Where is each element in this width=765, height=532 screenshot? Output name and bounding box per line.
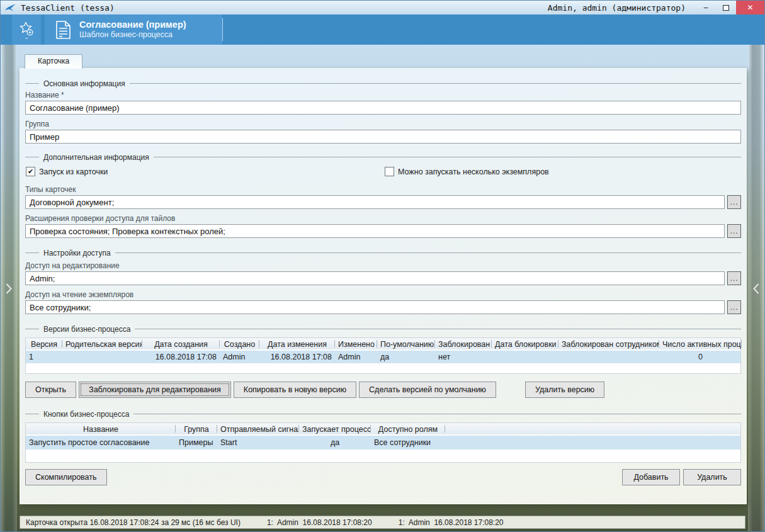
table-empty-area — [26, 450, 740, 462]
column-header[interactable]: Запускает процесс — [299, 423, 371, 434]
launch-from-card-label: Запуск из карточки — [39, 167, 108, 176]
close-button[interactable]: ✕ — [736, 1, 764, 14]
group-input[interactable] — [25, 130, 741, 144]
read-access-picker-button[interactable]: ... — [727, 300, 741, 314]
delete-version-button[interactable]: Удалить версию — [525, 382, 604, 398]
table-empty-area — [26, 363, 740, 373]
table-cell: да — [299, 436, 371, 450]
column-header[interactable]: Число активных процессов — [659, 338, 742, 349]
table-cell: Admin — [220, 351, 259, 363]
column-header[interactable]: Группа — [176, 423, 217, 434]
section-header-versions: Версии бизнес-процесса — [25, 324, 741, 334]
checkbox-checked-icon: ✔ — [26, 167, 35, 176]
copy-to-new-version-button[interactable]: Копировать в новую версию — [234, 382, 356, 398]
column-header[interactable]: Заблокирован сотрудником — [558, 338, 659, 349]
group-label: Группа — [25, 120, 741, 128]
column-header[interactable]: Дата изменения — [259, 338, 335, 349]
section-header-additional-info: Дополнительная информация — [25, 152, 741, 162]
table-cell: Запустить простое согласование — [26, 436, 176, 450]
column-header[interactable]: Доступно ролям — [371, 423, 445, 434]
column-header[interactable]: Название — [26, 423, 176, 434]
edit-access-input[interactable] — [25, 271, 725, 285]
tile-access-input[interactable] — [25, 224, 725, 238]
maximize-icon — [723, 5, 729, 11]
versions-table: ВерсияРодительская версияДата созданияСо… — [25, 337, 741, 374]
window-title: TessaClient (tessa) — [21, 3, 115, 13]
section-title: Дополнительная информация — [43, 153, 149, 162]
make-default-version-button[interactable]: Сделать версией по умолчанию — [359, 382, 496, 398]
table-cell: Все сотрудники — [371, 436, 445, 450]
column-header[interactable]: Изменено — [335, 338, 377, 349]
checkbox-row: ✔ Запуск из карточки Можно запускать нес… — [25, 167, 741, 178]
column-header[interactable]: По-умолчанию — [377, 338, 435, 349]
title-bar: TessaClient (tessa) Admin, admin (админи… — [1, 1, 764, 14]
card-panel: Основная информация Название * Группа До… — [20, 68, 747, 504]
compile-button[interactable]: Скомпилировать — [25, 469, 107, 485]
section-header-main-info: Основная информация — [25, 79, 741, 88]
tessa-logo-icon — [5, 4, 16, 12]
add-button[interactable]: Добавить — [622, 469, 680, 485]
multiple-instances-label: Можно запускать несколько экземпляров — [398, 167, 549, 176]
table-cell: да — [377, 351, 435, 363]
open-card-subtitle: Шаблон бизнес-процесса — [79, 30, 186, 40]
section-header-process-buttons: Кнопки бизнес-процесса — [25, 409, 741, 419]
document-icon — [55, 20, 72, 40]
app-window: TessaClient (tessa) Admin, admin (админи… — [0, 0, 765, 532]
open-card-title: Согласование (пример) — [79, 20, 186, 30]
section-title: Основная информация — [43, 79, 125, 88]
table-row[interactable]: 116.08.2018 17:08Admin16.08.2018 17:08Ad… — [26, 351, 740, 363]
section-title: Версии бизнес-процесса — [43, 325, 130, 334]
toolbar: ⌄ Согласование (пример) Шаблон бизнес-пр… — [1, 14, 764, 45]
launch-from-card-checkbox[interactable]: ✔ Запуск из карточки — [26, 167, 108, 176]
table-cell: Start — [217, 436, 299, 450]
table-cell: 0 — [659, 351, 742, 363]
chevron-right-icon — [6, 283, 13, 295]
right-panel-expander[interactable] — [748, 45, 764, 531]
name-input[interactable] — [25, 101, 741, 115]
table-header-row: НазваниеГруппаОтправляемый сигналЗапуска… — [26, 423, 740, 436]
tile-access-label: Расширения проверки доступа для тайлов — [25, 214, 741, 223]
left-panel-expander[interactable] — [1, 45, 17, 531]
table-cell — [62, 351, 142, 363]
required-marker: * — [61, 91, 64, 99]
card-types-input[interactable] — [25, 195, 725, 209]
column-header[interactable]: Заблокирован — [435, 338, 492, 349]
favorites-add-button[interactable]: ⌄ — [12, 14, 41, 45]
table-row[interactable]: Запустить простое согласованиеПримерыSta… — [26, 436, 740, 450]
edit-access-label: Доступ на редактирование — [25, 261, 741, 270]
name-label: Название * — [25, 91, 741, 99]
status-message: Карточка открыта 16.08.2018 17:08:24 за … — [26, 518, 241, 527]
edit-access-picker-button[interactable]: ... — [727, 271, 741, 285]
read-access-input[interactable] — [25, 300, 725, 314]
status-modified-info: 1: Admin 16.08.2018 17:08:20 — [399, 518, 504, 527]
column-header[interactable]: Родительская версия — [62, 338, 142, 349]
process-buttons-table: НазваниеГруппаОтправляемый сигналЗапуска… — [25, 422, 741, 463]
main-area: Карточка Основная информация Название * … — [1, 45, 764, 531]
maximize-button[interactable] — [716, 1, 736, 14]
column-header[interactable]: Отправляемый сигнал — [217, 423, 299, 434]
column-header[interactable]: Дата блокировки — [492, 338, 558, 349]
table-cell: Примеры — [176, 436, 217, 450]
table-cell: нет — [435, 351, 492, 363]
card-types-picker-button[interactable]: ... — [727, 195, 741, 209]
version-actions: Открыть Заблокировать для редактирования… — [25, 382, 741, 398]
table-cell: 1 — [26, 351, 62, 363]
tile-access-picker-button[interactable]: ... — [727, 224, 741, 238]
table-cell: Admin — [335, 351, 377, 363]
column-header[interactable]: Версия — [26, 338, 62, 349]
table-cell: 16.08.2018 17:08 — [259, 351, 335, 363]
column-header[interactable]: Создано — [220, 338, 259, 349]
card-container: Карточка Основная информация Название * … — [20, 54, 747, 504]
minimize-button[interactable]: – — [696, 1, 716, 14]
status-created-info: 1: Admin 16.08.2018 17:08:20 — [267, 518, 372, 527]
delete-button[interactable]: Удалить — [683, 469, 741, 485]
open-card-tab[interactable]: Согласование (пример) Шаблон бизнес-проц… — [45, 14, 222, 45]
open-version-button[interactable]: Открыть — [25, 382, 76, 398]
section-title: Настройки доступа — [43, 249, 111, 258]
bottom-actions: Скомпилировать Добавить Удалить — [25, 469, 741, 485]
multiple-instances-checkbox[interactable]: Можно запускать несколько экземпляров — [385, 167, 549, 176]
read-access-label: Доступ на чтение экземпляров — [25, 290, 741, 299]
tab-card[interactable]: Карточка — [25, 54, 82, 69]
lock-for-edit-button[interactable]: Заблокировать для редактирования — [79, 382, 231, 398]
column-header[interactable]: Дата создания — [142, 338, 220, 349]
